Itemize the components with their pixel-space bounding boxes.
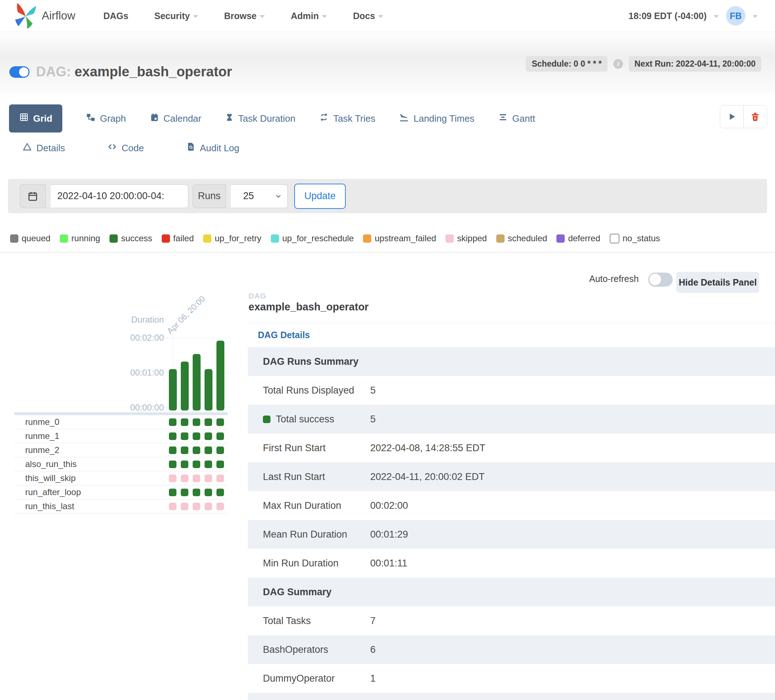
task-instance-square[interactable] <box>216 475 224 482</box>
tab-details[interactable]: Details <box>22 142 65 154</box>
dag-pause-toggle[interactable] <box>9 66 30 78</box>
task-instance-square[interactable] <box>216 432 224 440</box>
task-instance-square[interactable] <box>169 489 176 496</box>
nav-item-dags[interactable]: DAGs <box>103 11 128 21</box>
legend-label: deferred <box>568 233 600 243</box>
task-instance-square[interactable] <box>205 418 212 426</box>
task-instance-square[interactable] <box>181 418 188 426</box>
tab-label: Graph <box>100 113 126 124</box>
task-instance-square[interactable] <box>169 503 176 510</box>
detail-row: DummyOperator1 <box>248 664 775 693</box>
base-date-input[interactable] <box>51 185 188 208</box>
dag-details-link[interactable]: DAG Details <box>258 330 310 340</box>
task-instance-square[interactable] <box>216 503 224 510</box>
task-instance-square[interactable] <box>205 489 212 496</box>
runs-select[interactable]: 25 <box>231 185 288 208</box>
date-picker-addon[interactable] <box>20 185 46 208</box>
task-instance-square[interactable] <box>181 503 188 510</box>
code-icon <box>107 142 117 154</box>
view-tabs-row1: GridGraphCalendarTask DurationTask Tries… <box>0 104 775 133</box>
clock-display[interactable]: 18:09 EDT (-04:00) <box>629 11 707 21</box>
nav-item-docs[interactable]: Docs <box>353 11 383 21</box>
tab-audit-log[interactable]: Audit Log <box>186 142 239 154</box>
tab-grid[interactable]: Grid <box>9 105 62 133</box>
task-instance-square[interactable] <box>193 418 200 426</box>
avatar[interactable]: FB <box>726 6 745 26</box>
tab-gantt[interactable]: Gantt <box>498 112 535 125</box>
trigger-dag-button[interactable] <box>720 105 743 128</box>
task-name[interactable]: runme_2 <box>14 445 60 455</box>
task-row-this_will_skip: this_will_skip <box>14 471 228 486</box>
task-instance-square[interactable] <box>216 447 224 454</box>
nav-item-security[interactable]: Security <box>154 11 198 21</box>
task-instance-square[interactable] <box>216 489 224 496</box>
chevron-down-icon <box>378 15 383 18</box>
task-name[interactable]: run_this_last <box>14 501 74 511</box>
status-chip <box>496 234 504 243</box>
task-instance-square[interactable] <box>205 475 212 482</box>
schedule-badge: Schedule: 0 0 * * * <box>526 56 607 71</box>
task-instance-square[interactable] <box>169 461 176 468</box>
task-instance-square[interactable] <box>205 432 212 440</box>
info-icon[interactable]: i <box>613 59 623 69</box>
run-duration-bar[interactable] <box>216 341 225 411</box>
task-row-run_this_last: run_this_last <box>14 499 228 514</box>
task-instance-square[interactable] <box>181 461 188 468</box>
delete-dag-button[interactable] <box>743 105 767 128</box>
task-instance-square[interactable] <box>181 432 188 440</box>
top-navbar: Airflow DAGsSecurityBrowseAdminDocs 18:0… <box>0 0 775 32</box>
task-instance-square[interactable] <box>193 503 200 510</box>
task-instance-square[interactable] <box>205 447 212 454</box>
task-name[interactable]: this_will_skip <box>14 473 76 483</box>
task-instance-square[interactable] <box>169 432 176 440</box>
task-instance-square[interactable] <box>169 447 176 454</box>
task-instance-square[interactable] <box>205 503 212 510</box>
task-instance-square[interactable] <box>181 447 188 454</box>
update-button[interactable]: Update <box>294 184 346 209</box>
task-name[interactable]: also_run_this <box>14 459 77 469</box>
task-instance-square[interactable] <box>205 461 212 468</box>
task-instance-square[interactable] <box>193 475 200 482</box>
tab-code[interactable]: Code <box>107 142 144 154</box>
toggle-knob <box>649 274 661 286</box>
dag-name: example_bash_operator <box>75 64 232 79</box>
row-label: DummyOperator <box>248 673 335 684</box>
task-instance-square[interactable] <box>169 418 176 426</box>
task-instance-square[interactable] <box>193 489 200 496</box>
task-name[interactable]: run_after_loop <box>14 487 81 497</box>
tab-landing-times[interactable]: Landing Times <box>399 112 474 125</box>
grid-icon <box>19 112 29 125</box>
run-duration-bar[interactable] <box>169 369 177 411</box>
task-instance-square[interactable] <box>181 489 188 496</box>
tab-task-duration[interactable]: Task Duration <box>225 113 295 125</box>
tab-task-tries[interactable]: Task Tries <box>319 112 375 125</box>
run-duration-bar[interactable] <box>193 354 201 411</box>
detail-row: Mean Run Duration00:01:29 <box>248 520 775 549</box>
task-instance-square[interactable] <box>169 475 176 482</box>
nav-item-admin[interactable]: Admin <box>291 11 327 21</box>
divider <box>248 323 775 323</box>
task-name[interactable]: runme_0 <box>14 417 60 427</box>
row-value: 2022-04-11, 20:00:02 EDT <box>370 471 485 482</box>
y-gridline <box>168 338 231 338</box>
task-instance-square[interactable] <box>216 461 224 468</box>
task-instance-square[interactable] <box>216 418 224 426</box>
auto-refresh-toggle[interactable] <box>648 273 673 287</box>
airflow-brand[interactable]: Airflow <box>14 3 75 29</box>
task-instance-square[interactable] <box>193 432 200 440</box>
task-instance-square[interactable] <box>181 475 188 482</box>
run-duration-bar[interactable] <box>205 369 213 411</box>
legend-item-scheduled: scheduled <box>496 233 547 243</box>
task-instance-square[interactable] <box>193 461 200 468</box>
tab-graph[interactable]: Graph <box>86 113 126 125</box>
nav-item-browse[interactable]: Browse <box>224 11 265 21</box>
row-label: DAG Summary <box>248 587 332 598</box>
run-duration-bar[interactable] <box>181 361 189 411</box>
run-date-label: Apr 06, 20:00 <box>165 294 207 336</box>
legend-item-queued: queued <box>10 233 50 243</box>
tab-calendar[interactable]: Calendar <box>150 113 202 125</box>
task-row-runme_0: runme_0 <box>14 415 228 429</box>
task-name[interactable]: runme_1 <box>14 431 60 441</box>
nav-item-label: Browse <box>224 11 256 21</box>
task-instance-square[interactable] <box>193 447 200 454</box>
